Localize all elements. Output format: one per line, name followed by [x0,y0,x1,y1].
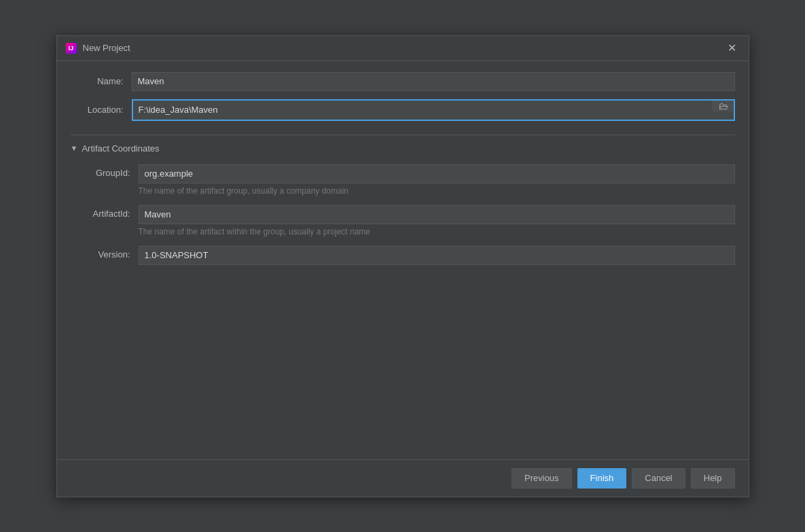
name-row: Name: [71,72,735,91]
name-input[interactable] [132,72,735,91]
dialog-title: New Project [83,43,718,53]
divider [71,135,735,135]
location-input[interactable] [133,101,713,120]
version-row: Version: [71,246,735,265]
location-label: Location: [71,105,132,115]
groupid-label: GroupId: [71,164,139,178]
groupid-input-col: The name of the artifact group, usually … [139,164,735,202]
groupid-row: GroupId: The name of the artifact group,… [71,164,735,202]
folder-icon: 🗁 [719,101,728,111]
help-button[interactable]: Help [691,468,735,489]
groupid-hint: The name of the artifact group, usually … [139,186,735,196]
artifact-coordinates-header[interactable]: ▼ Artifact Coordinates [71,143,735,154]
artifactid-hint: The name of the artifact within the grou… [139,227,735,236]
version-input[interactable] [139,246,735,265]
artifactid-row: ArtifactId: The name of the artifact wit… [71,205,735,243]
artifactid-input[interactable] [139,205,735,224]
artifactid-input-col: The name of the artifact within the grou… [139,205,735,243]
new-project-dialog: IJ New Project ✕ Name: Location: 🗁 ▼ Art… [56,35,749,497]
artifact-coordinates-section: GroupId: The name of the artifact group,… [71,164,735,268]
app-icon: IJ [65,42,77,54]
groupid-input[interactable] [139,164,735,183]
close-button[interactable]: ✕ [723,41,740,55]
version-label: Version: [71,246,139,260]
dialog-footer: Previous Finish Cancel Help [57,459,749,497]
location-row: Location: 🗁 [71,99,735,121]
cancel-button[interactable]: Cancel [632,468,685,489]
version-input-col [139,246,735,265]
collapse-arrow-icon: ▼ [71,144,78,152]
artifact-coordinates-label: Artifact Coordinates [82,143,159,154]
artifactid-label: ArtifactId: [71,205,139,219]
browse-folder-button[interactable]: 🗁 [713,101,734,111]
title-bar: IJ New Project ✕ [57,36,749,61]
previous-button[interactable]: Previous [512,468,572,489]
location-input-wrapper: 🗁 [132,99,735,121]
dialog-content: Name: Location: 🗁 ▼ Artifact Coordinates… [57,61,749,459]
finish-button[interactable]: Finish [577,468,627,489]
name-label: Name: [71,76,132,86]
